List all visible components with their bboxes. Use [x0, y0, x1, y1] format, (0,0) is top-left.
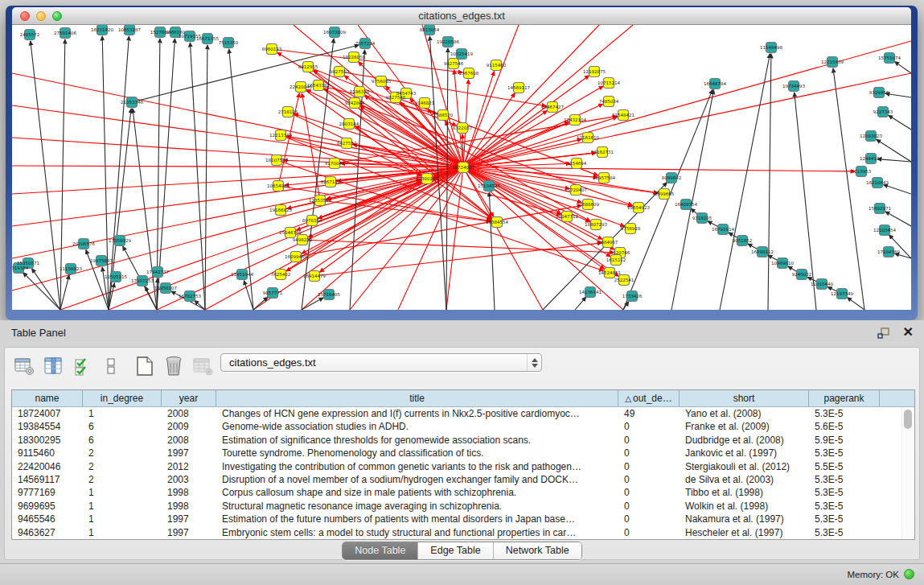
table-row[interactable]: 911546021997Tourette syndrome. Phenomeno…: [12, 447, 914, 459]
close-window-button[interactable]: [20, 11, 30, 21]
table-row[interactable]: 2242004622012Investigating the contribut…: [12, 460, 914, 473]
graph-node-label: 2803144: [339, 122, 359, 126]
scrollbar-thumb[interactable]: [904, 410, 912, 429]
tab-edge-table[interactable]: Edge Table: [417, 542, 492, 559]
graph-node-label: 11548498: [760, 45, 782, 50]
table-cell: 5.3E-5: [809, 447, 880, 459]
table-cell: 5.3E-5: [809, 513, 880, 525]
table-cell: 0: [618, 526, 680, 539]
graph-edge: [314, 243, 602, 276]
new-table-icon[interactable]: [133, 354, 156, 378]
network-window[interactable]: citations_edges.txt 18724007896012389129…: [6, 6, 918, 320]
table-cell: 5.3E-5: [809, 486, 880, 499]
table-cell: 5.5E-5: [809, 460, 880, 473]
graph-node-label: 2522541: [614, 278, 634, 282]
vertical-scrollbar[interactable]: [901, 408, 914, 538]
network-canvas[interactable]: 1872400789601238912955182260589827503165…: [12, 25, 911, 310]
graph-node-label: 9170049: [325, 161, 345, 166]
graph-edge: [889, 115, 911, 130]
column-header-short[interactable]: short: [680, 390, 809, 406]
table-cell: 5.3E-5: [809, 526, 880, 539]
float-panel-icon[interactable]: [877, 328, 890, 343]
graph-node-label: 11156823: [60, 266, 82, 271]
graph-node-label: 19654923: [627, 205, 650, 210]
table-cell: 22420046: [12, 460, 83, 473]
graph-node-label: 17359929: [109, 238, 131, 243]
graph-edge: [302, 39, 334, 310]
memory-status: Memory: OK: [847, 569, 914, 579]
tab-node-table[interactable]: Node Table: [343, 542, 417, 559]
graph-node-label: 17104369: [877, 249, 900, 254]
table-row[interactable]: 969969511998Structural magnetic resonanc…: [12, 500, 914, 513]
select-columns-icon[interactable]: [71, 354, 93, 378]
column-header-title[interactable]: title: [216, 390, 618, 406]
graph-node-label: 12432104: [564, 117, 586, 122]
row-format-icon[interactable]: [100, 354, 122, 378]
table-cell: 5.3E-5: [809, 473, 880, 486]
zoom-window-button[interactable]: [52, 11, 62, 21]
graph-edge: [302, 93, 320, 200]
column-header-name[interactable]: name: [12, 390, 83, 406]
table-header-row: namein_degreeyeartitle△out_de…shortpager…: [12, 390, 914, 407]
table-cell: Corpus callosum shape and size in male p…: [216, 486, 618, 499]
table-row[interactable]: 1456911722003Disruption of a novel membe…: [12, 473, 914, 486]
graph-node-label: 14524851: [598, 270, 621, 275]
table-row[interactable]: 946554611997Estimation of the future num…: [12, 513, 914, 525]
table-cell: 0: [618, 473, 680, 486]
graph-node-label: 10688609: [577, 202, 599, 207]
graph-edge: [884, 185, 911, 194]
table-row[interactable]: 1872400712008Changes of HCN gene express…: [12, 407, 914, 420]
window-controls: [20, 11, 62, 21]
table-cell: 5.9E-5: [809, 434, 880, 447]
column-header-out_de[interactable]: △out_de…: [618, 390, 680, 406]
graph-node-label: 2405572: [20, 32, 40, 37]
table-cell: 2003: [162, 473, 216, 486]
graph-node-label: 7515350: [219, 40, 239, 45]
node-table: namein_degreeyeartitle△out_de…shortpager…: [11, 389, 915, 540]
graph-node-label: 12192875: [583, 69, 606, 74]
network-window-titlebar[interactable]: citations_edges.txt: [12, 7, 911, 25]
table-cell: 6: [83, 420, 162, 433]
memory-ok-icon: [904, 569, 914, 579]
table-cell: 5.3E-5: [809, 500, 880, 513]
table-options-icon[interactable]: [13, 354, 35, 378]
graph-node-label: 10654985: [267, 183, 290, 188]
graph-node-label: 2718126: [278, 109, 298, 114]
graph-node-label: 15720407: [565, 187, 587, 192]
graph-node-label: 7625402: [271, 272, 291, 277]
tab-network-table[interactable]: Network Table: [493, 542, 581, 559]
table-source-select[interactable]: citations_edges.txt: [220, 353, 542, 372]
delete-column-icon[interactable]: [162, 354, 185, 378]
table-cell: Changes of HCN gene expression and I(f) …: [216, 407, 618, 420]
graph-node-label: 17942737: [146, 270, 169, 274]
table-cell: 1: [83, 526, 162, 539]
graph-node-label: 11451944: [231, 272, 253, 277]
column-header-in_degree[interactable]: in_degree: [83, 390, 162, 406]
graph-node-label: 6120746: [610, 250, 630, 255]
graph-node-label: 10969810: [771, 261, 794, 266]
close-panel-icon[interactable]: ✕: [903, 324, 914, 340]
graph-node-label: 12093823: [860, 134, 882, 138]
table-source-value: citations_edges.txt: [221, 356, 527, 369]
graph-node-label: 9227343: [873, 109, 893, 114]
table-cell: 2: [83, 447, 162, 459]
table-cell: 9115460: [12, 447, 83, 459]
table-row[interactable]: 977716911998Corpus callosum shape and si…: [12, 486, 914, 499]
graph-node-label: 9242844: [345, 101, 365, 105]
table-row[interactable]: 1938455462009Genome-wide association stu…: [12, 420, 914, 433]
show-column-icon[interactable]: [42, 354, 64, 378]
column-header-pagerank[interactable]: pagerank: [809, 390, 880, 406]
graph-node-label: 16409354: [675, 202, 697, 207]
table-row[interactable]: 1830029562008Estimation of significance …: [12, 434, 914, 447]
graph-node-label: 18300295: [416, 176, 438, 181]
graph-edge: [895, 62, 911, 73]
graph-edge: [190, 43, 205, 310]
graph-node-label: 19166825: [269, 208, 292, 212]
minimize-window-button[interactable]: [36, 11, 46, 21]
table-row[interactable]: 946362711997Embryonic stem cells: a mode…: [12, 526, 914, 539]
graph-node-label: 16231420: [91, 27, 113, 32]
graph-node-label: 9827503: [330, 69, 350, 74]
column-header-year[interactable]: year: [162, 390, 216, 406]
graph-node-label: 9318205: [692, 216, 713, 220]
table-cell: 0: [618, 500, 680, 513]
